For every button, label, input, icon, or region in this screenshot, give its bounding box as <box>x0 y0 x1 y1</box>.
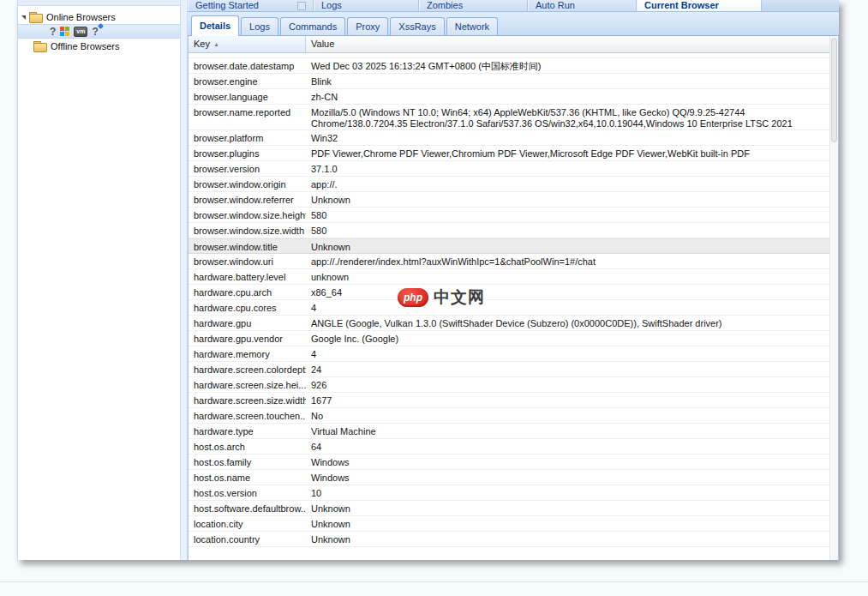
value-cell: Mozilla/5.0 (Windows NT 10.0; Win64; x64… <box>306 105 838 129</box>
value-cell: 4 <box>306 300 838 315</box>
key-cell: browser.window.size.height <box>189 208 306 222</box>
main-tab-auto-run[interactable]: Auto Run <box>528 0 637 11</box>
tree-item-label: Offline Browsers <box>51 41 120 51</box>
windows-os-icon <box>60 27 69 36</box>
sub-tab-logs[interactable]: Logs <box>241 17 278 35</box>
value-cell: Unknown <box>306 516 838 531</box>
grid-row-host-os-name[interactable]: host.os.nameWindows <box>189 470 838 485</box>
folder-open-icon <box>29 12 43 22</box>
key-cell: hardware.memory <box>189 346 306 361</box>
sub-tab-commands[interactable]: Commands <box>280 17 345 35</box>
value-cell: Windows <box>306 470 838 485</box>
key-cell: hardware.gpu <box>189 316 306 330</box>
key-cell: host.software.defaultbrow... <box>189 501 306 515</box>
grid-row-browser-engine[interactable]: browser.engineBlink <box>189 74 838 89</box>
value-cell: 580 <box>306 208 838 222</box>
key-cell: browser.window.referrer <box>189 192 306 207</box>
main-tab-label: Logs <box>321 0 342 10</box>
key-cell: location.country <box>189 532 306 546</box>
value-cell: Virtual Machine <box>306 424 838 438</box>
tree-expand-caret-icon[interactable] <box>21 15 26 20</box>
value-cell: ANGLE (Google, Vulkan 1.3.0 (SwiftShader… <box>306 316 838 330</box>
main-tab-getting-started[interactable]: Getting Started <box>188 0 314 11</box>
grid-row-browser-window-uri[interactable]: browser.window.uriapp://./renderer/index… <box>189 254 838 269</box>
key-cell: browser.name.reported <box>189 105 306 129</box>
grid-row-browser-plugins[interactable]: browser.pluginsPDF Viewer,Chrome PDF Vie… <box>189 146 838 161</box>
grid-row-hardware-cpu-arch[interactable]: hardware.cpu.archx86_64 <box>189 285 838 300</box>
grid-row-browser-version[interactable]: browser.version37.1.0 <box>189 161 838 177</box>
watermark-text: 中文网 <box>434 286 485 309</box>
grid-row-browser-window-title[interactable]: browser.window.titleUnknown <box>189 238 838 254</box>
value-cell: 24 <box>306 362 838 376</box>
main-tab-logs[interactable]: Logs <box>314 0 419 11</box>
grid-row-browser-date-datestamp[interactable]: browser.date.datestampWed Dec 03 2025 16… <box>189 58 838 74</box>
grid-row-browser-name-reported[interactable]: browser.name.reportedMozilla/5.0 (Window… <box>189 105 838 130</box>
php-logo-icon: php <box>398 288 428 307</box>
value-cell: Blink <box>306 74 838 88</box>
vertical-scrollbar[interactable] <box>829 36 838 560</box>
key-cell: hardware.screen.touchen... <box>189 408 306 423</box>
key-cell: hardware.type <box>189 424 306 438</box>
grid-row-hardware-memory[interactable]: hardware.memory4 <box>189 346 838 362</box>
key-cell: browser.engine <box>189 74 306 88</box>
grid-row-hardware-gpu-vendor[interactable]: hardware.gpu.vendorGoogle Inc. (Google) <box>189 331 838 346</box>
watermark: php 中文网 <box>398 286 485 309</box>
tree-item-hooked-browser[interactable]: ? vm ? <box>18 24 180 39</box>
column-header-value[interactable]: Value <box>306 36 838 52</box>
grid-row-host-os-arch[interactable]: host.os.arch64 <box>189 439 838 455</box>
key-cell: browser.window.origin <box>189 177 306 191</box>
grid-row-hardware-gpu[interactable]: hardware.gpuANGLE (Google, Vulkan 1.3.0 … <box>189 316 838 331</box>
value-cell: Unknown <box>306 532 838 546</box>
value-cell: 37.1.0 <box>306 161 838 176</box>
key-cell: hardware.screen.size.width <box>189 393 306 407</box>
main-tab-label: Zombies <box>427 0 463 10</box>
main-tab-label: Current Browser <box>644 0 719 10</box>
grid-row-browser-platform[interactable]: browser.platformWin32 <box>189 130 838 146</box>
value-cell: 1677 <box>306 393 838 407</box>
grid-row-host-software-defaultbrow[interactable]: host.software.defaultbrow...Unknown <box>189 501 838 516</box>
tree-item-online-browsers[interactable]: Online Browsers <box>18 9 180 24</box>
grid-row-browser-window-size-width[interactable]: browser.window.size.width580 <box>189 223 838 238</box>
grid-row-location-city[interactable]: location.cityUnknown <box>189 516 838 532</box>
value-cell: unknown <box>306 269 838 284</box>
main-tab-current-browser[interactable]: Current Browser <box>637 0 762 11</box>
grid-row-hardware-screen-colordepth[interactable]: hardware.screen.colordepth24 <box>189 362 838 377</box>
grid-row-location-country[interactable]: location.countryUnknown <box>189 532 838 547</box>
sub-tab-proxy[interactable]: Proxy <box>347 17 388 35</box>
grid-row-browser-window-size-height[interactable]: browser.window.size.height580 <box>189 208 838 223</box>
page-divider <box>0 581 868 582</box>
sub-tab-xssrays[interactable]: XssRays <box>390 17 444 35</box>
value-cell: PDF Viewer,Chrome PDF Viewer,Chromium PD… <box>306 146 838 160</box>
vm-badge-icon: vm <box>74 27 87 37</box>
grid-row-hardware-battery-level[interactable]: hardware.battery.levelunknown <box>189 269 838 285</box>
grid-row-hardware-cpu-cores[interactable]: hardware.cpu.cores4 <box>189 300 838 316</box>
value-cell <box>306 53 838 57</box>
key-cell: hardware.cpu.arch <box>189 285 306 299</box>
browser-detail-tab-bar: DetailsLogsCommandsProxyXssRaysNetwork <box>188 12 839 36</box>
grid-row-hardware-type[interactable]: hardware.typeVirtual Machine <box>189 424 838 439</box>
sub-tab-details[interactable]: Details <box>191 15 239 36</box>
main-panel: Getting StartedLogsZombiesAuto RunCurren… <box>188 0 839 560</box>
grid-row-browser-window-referrer[interactable]: browser.window.referrerUnknown <box>189 192 838 208</box>
grid-row-hardware-screen-touchen[interactable]: hardware.screen.touchen...No <box>189 408 838 424</box>
browser-tree: Online Browsers ? vm ? Offline Browsers <box>18 6 180 53</box>
tree-item-offline-browsers[interactable]: Offline Browsers <box>18 39 180 53</box>
scrollbar-thumb[interactable] <box>831 38 837 142</box>
grid-row-browser-language[interactable]: browser.languagezh-CN <box>189 89 838 105</box>
column-header-key[interactable]: Key ▲ <box>189 36 306 52</box>
tab-scroll-icon[interactable] <box>297 2 306 10</box>
value-cell: 580 <box>306 223 838 238</box>
grid-row-browser-window-origin[interactable]: browser.window.originapp://. <box>189 177 838 192</box>
key-cell: host.os.version <box>189 485 306 500</box>
value-cell: Unknown <box>306 192 838 207</box>
panel-splitter[interactable] <box>180 0 188 560</box>
hooked-browsers-header: Hooked Browsers <box>18 0 180 6</box>
sub-tab-network[interactable]: Network <box>446 17 498 35</box>
grid-row-host-os-version[interactable]: host.os.version10 <box>189 485 838 501</box>
grid-row-hardware-screen-size-hei[interactable]: hardware.screen.size.hei...926 <box>189 377 838 393</box>
grid-row-hardware-screen-size-width[interactable]: hardware.screen.size.width1677 <box>189 393 838 408</box>
main-tab-zombies[interactable]: Zombies <box>419 0 528 11</box>
main-tab-label: Getting Started <box>195 0 259 10</box>
grid-row-host-os-family[interactable]: host.os.familyWindows <box>189 455 838 470</box>
key-cell: browser.window.title <box>189 239 306 253</box>
